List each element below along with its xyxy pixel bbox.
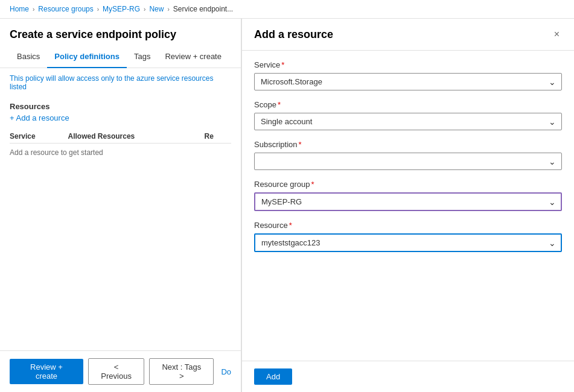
side-panel: Add a resource × Service* Microsoft.Stor… xyxy=(241,19,574,392)
resource-select-wrapper: myteststgacc123 xyxy=(254,233,562,252)
breadcrumb-mysep-rg[interactable]: MySEP-RG xyxy=(103,5,140,13)
side-panel-header: Add a resource × xyxy=(242,19,574,51)
resources-label: Resources xyxy=(10,102,231,111)
tab-basics[interactable]: Basics xyxy=(10,46,47,68)
side-panel-body: Service* Microsoft.Storage Scope* xyxy=(242,51,574,361)
empty-row: Add a resource to get started xyxy=(10,144,231,162)
breadcrumb-resource-groups[interactable]: Resource groups xyxy=(38,5,93,13)
breadcrumb-home[interactable]: Home xyxy=(10,5,29,13)
breadcrumb-sep-1: › xyxy=(33,6,34,13)
rg-required: * xyxy=(311,180,314,189)
resource-group-group: Resource group* MySEP-RG xyxy=(254,180,562,211)
service-select-wrapper: Microsoft.Storage xyxy=(254,73,562,90)
side-panel-footer: Add xyxy=(242,361,574,392)
col-service: Service xyxy=(10,130,68,144)
scope-select[interactable]: Single account xyxy=(254,113,562,130)
service-required: * xyxy=(281,60,284,69)
col-re: Re xyxy=(205,130,231,144)
resources-section: Resources + Add a resource Service Allow… xyxy=(0,97,241,350)
resource-group-label: Resource group* xyxy=(254,180,562,189)
breadcrumb-current: Service endpoint... xyxy=(173,5,233,13)
resource-required: * xyxy=(289,221,292,230)
service-group: Service* Microsoft.Storage xyxy=(254,60,562,90)
tab-tags[interactable]: Tags xyxy=(127,46,158,68)
add-button[interactable]: Add xyxy=(254,368,292,385)
breadcrumb-new[interactable]: New xyxy=(149,5,164,13)
service-select[interactable]: Microsoft.Storage xyxy=(254,73,562,90)
service-label: Service* xyxy=(254,60,562,69)
breadcrumb: Home › Resource groups › MySEP-RG › New … xyxy=(0,0,574,19)
resource-label: Resource* xyxy=(254,221,562,230)
policy-info: This policy will allow access only to th… xyxy=(0,68,241,97)
scope-select-wrapper: Single account xyxy=(254,113,562,130)
tab-review-create[interactable]: Review + create xyxy=(158,46,229,68)
col-allowed: Allowed Resources xyxy=(68,130,205,144)
breadcrumb-sep-2: › xyxy=(97,6,99,13)
previous-button[interactable]: < Previous xyxy=(88,358,144,385)
resource-table: Service Allowed Resources Re Add a resou… xyxy=(10,130,231,162)
subscription-group: Subscription* xyxy=(254,140,562,170)
empty-message: Add a resource to get started xyxy=(10,144,231,162)
doc-link[interactable]: Do xyxy=(221,367,231,376)
add-resource-link[interactable]: + Add a resource xyxy=(10,113,69,122)
review-create-button[interactable]: Review + create xyxy=(10,359,83,384)
breadcrumb-sep-3: › xyxy=(144,6,145,13)
tabs-container: Basics Policy definitions Tags Review + … xyxy=(0,46,241,68)
subscription-label: Subscription* xyxy=(254,140,562,149)
resource-group-select[interactable]: MySEP-RG xyxy=(254,192,562,211)
resource-group-field: Resource* myteststgacc123 xyxy=(254,221,562,252)
next-button[interactable]: Next : Tags > xyxy=(149,358,214,385)
scope-required: * xyxy=(278,100,281,109)
page-title: Create a service endpoint policy xyxy=(0,19,241,46)
scope-label: Scope* xyxy=(254,100,562,109)
resource-select[interactable]: myteststgacc123 xyxy=(254,233,562,252)
footer: Review + create < Previous Next : Tags >… xyxy=(0,350,241,392)
subscription-select-wrapper xyxy=(254,153,562,170)
close-button[interactable]: × xyxy=(552,27,562,42)
subscription-required: * xyxy=(299,140,302,149)
breadcrumb-sep-4: › xyxy=(167,6,169,13)
side-panel-title: Add a resource xyxy=(254,28,333,41)
resource-group-select-wrapper: MySEP-RG xyxy=(254,192,562,211)
scope-group: Scope* Single account xyxy=(254,100,562,130)
tab-policy-definitions[interactable]: Policy definitions xyxy=(47,46,127,68)
subscription-select[interactable] xyxy=(254,153,562,170)
